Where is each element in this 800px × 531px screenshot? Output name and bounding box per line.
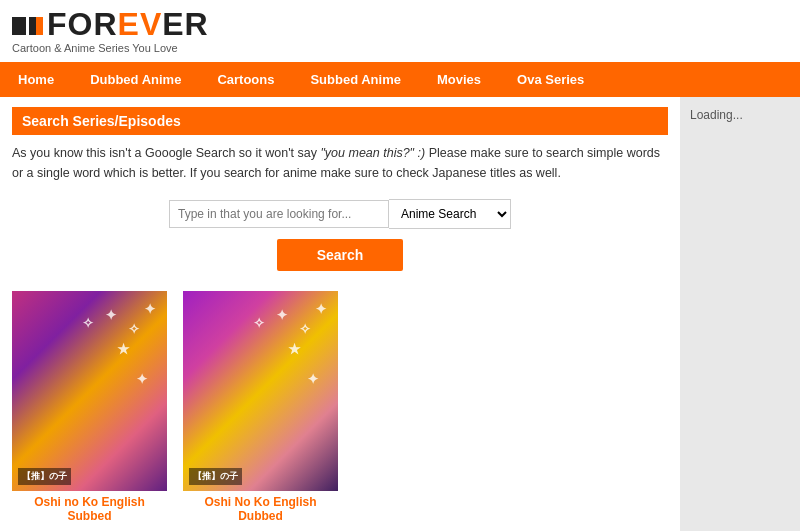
header: FOREVER Cartoon & Anime Series You Love [0,0,800,62]
description: As you know this isn't a Gooogle Search … [12,143,668,183]
sidebar: Loading... [680,97,800,531]
logo: FOREVER [12,8,209,40]
result-thumb-1: ✦ ✧ ✦ ★ ✦ ✧ 【推】の子 [183,291,338,491]
logo-area: FOREVER Cartoon & Anime Series You Love [12,8,209,54]
loading-text: Loading... [690,108,743,122]
nav: Home Dubbed Anime Cartoons Subbed Anime … [0,62,800,97]
stars-1: ✦ ✧ ✦ ★ ✦ ✧ [183,291,338,491]
nav-movies[interactable]: Movies [419,62,499,97]
logo-box-left [12,17,26,35]
poster-label-1: 【推】の子 [189,468,242,485]
star-icon: ✦ [276,307,288,323]
star-icon: ★ [117,341,130,357]
result-item-0[interactable]: ✦ ✧ ✦ ★ ✦ ✧ 【推】の子 Oshi no Ko English Sub… [12,291,167,523]
poster-label-0: 【推】の子 [18,468,71,485]
star-icon: ✦ [144,301,156,317]
star-icon: ✦ [105,307,117,323]
logo-tagline: Cartoon & Anime Series You Love [12,42,209,54]
star-icon: ✦ [315,301,327,317]
search-type-select[interactable]: Anime Search Cartoon Search Movie Search [389,199,511,229]
nav-cartoons[interactable]: Cartoons [199,62,292,97]
result-title-0: Oshi no Ko English Subbed [12,495,167,523]
stars-0: ✦ ✧ ✦ ★ ✦ ✧ [12,291,167,491]
search-row: Anime Search Cartoon Search Movie Search [169,199,511,229]
result-title-1: Oshi No Ko English Dubbed [183,495,338,523]
star-icon: ✦ [307,371,319,387]
result-item-1[interactable]: ✦ ✧ ✦ ★ ✦ ✧ 【推】の子 Oshi No Ko English Dub… [183,291,338,523]
nav-subbed-anime[interactable]: Subbed Anime [292,62,419,97]
search-input[interactable] [169,200,389,228]
nav-dubbed-anime[interactable]: Dubbed Anime [72,62,199,97]
star-icon: ✧ [299,321,311,337]
desc-text1: As you know this isn't a Gooogle Search … [12,146,320,160]
desc-quote: "you mean this?" :) [320,146,425,160]
main-wrapper: Search Series/Episodes As you know this … [0,97,800,531]
logo-orange: EV [118,6,163,42]
logo-icon-boxes [12,17,43,35]
star-icon: ✧ [253,315,265,331]
poster-1: ✦ ✧ ✦ ★ ✦ ✧ 【推】の子 [183,291,338,491]
poster-0: ✦ ✧ ✦ ★ ✦ ✧ 【推】の子 [12,291,167,491]
star-icon: ★ [288,341,301,357]
result-thumb-0: ✦ ✧ ✦ ★ ✦ ✧ 【推】の子 [12,291,167,491]
search-area: Anime Search Cartoon Search Movie Search… [12,199,668,271]
nav-home[interactable]: Home [0,62,72,97]
star-icon: ✧ [82,315,94,331]
star-icon: ✦ [136,371,148,387]
section-header: Search Series/Episodes [12,107,668,135]
logo-box-right [29,17,43,35]
content: Search Series/Episodes As you know this … [0,97,680,531]
search-button[interactable]: Search [277,239,404,271]
nav-ova-series[interactable]: Ova Series [499,62,602,97]
results-grid: ✦ ✧ ✦ ★ ✦ ✧ 【推】の子 Oshi no Ko English Sub… [12,291,668,523]
star-icon: ✧ [128,321,140,337]
